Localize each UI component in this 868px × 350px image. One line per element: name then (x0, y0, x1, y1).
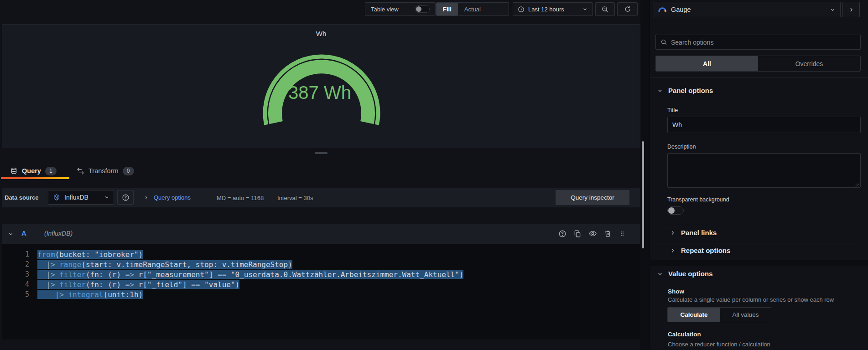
flux-query-editor[interactable]: 1from(bucket:·"iobroker")2··|>·range(sta… (2, 244, 640, 340)
max-data-points-text: MD = auto = 1168 (217, 195, 264, 201)
query-inspector-button[interactable]: Query inspector (556, 190, 629, 205)
grafana-panel-editor: Table view Fill Actual Last 12 hours Wh … (0, 0, 868, 350)
delete-query-icon[interactable] (604, 230, 612, 237)
zoom-out-time-button[interactable] (595, 2, 615, 16)
fill-button[interactable]: Fill (437, 3, 458, 15)
section-gap (650, 260, 868, 266)
all-values-button[interactable]: All values (720, 308, 771, 322)
actual-button[interactable]: Actual (458, 3, 487, 15)
zoom-out-icon (601, 5, 609, 13)
section-panel-options[interactable]: Panel options (657, 87, 713, 94)
show-mode-group: Calculate All values (667, 307, 771, 322)
resize-grip-icon[interactable] (854, 181, 859, 186)
datasource-name: InfluxDB (64, 194, 88, 201)
chevron-down-icon (104, 195, 109, 200)
options-search[interactable] (655, 35, 861, 50)
query-datasource-hint: (InfluxDB) (44, 230, 73, 237)
datasource-label: Data source (5, 194, 38, 201)
query-count-badge: 1 (45, 167, 57, 175)
tab-query-label: Query (22, 167, 41, 175)
tab-transform-label: Transform (88, 167, 119, 175)
transform-icon (77, 167, 84, 175)
description-label: Description (667, 144, 696, 150)
tab-transform[interactable]: Transform 0 (77, 164, 134, 178)
section-title: Panel options (668, 87, 713, 94)
panel-title: Wh (2, 30, 640, 37)
divider (650, 22, 868, 22)
chevron-down-icon (657, 88, 663, 93)
section-repeat-options[interactable]: Repeat options (670, 247, 730, 254)
flux-code-lines[interactable]: 1from(bucket:·"iobroker")2··|>·range(sta… (2, 249, 640, 299)
transparent-background-label: Transparent background (667, 196, 729, 203)
refresh-icon (624, 5, 631, 13)
section-title: Repeat options (681, 247, 730, 254)
chevron-right-icon (670, 248, 676, 253)
show-label: Show (668, 288, 684, 295)
chevron-down-icon (657, 271, 663, 277)
table-view-toggle[interactable] (415, 5, 430, 13)
influxdb-icon (52, 193, 61, 201)
datasource-picker[interactable]: InfluxDB (48, 190, 114, 205)
duplicate-query-icon[interactable] (573, 230, 582, 238)
options-search-input[interactable] (671, 39, 856, 46)
section-title: Value options (668, 270, 713, 278)
chevron-down-icon (582, 6, 588, 12)
chevron-right-icon (848, 7, 854, 13)
hide-query-icon[interactable] (588, 229, 597, 238)
query-options-link[interactable]: Query options (154, 194, 191, 201)
toggle-knob (668, 207, 675, 214)
gauge-viz-icon (658, 6, 667, 13)
show-description: Calculate a single value per column or s… (668, 296, 834, 303)
query-help-icon[interactable] (558, 230, 567, 238)
divider (655, 243, 861, 243)
chevron-down-icon[interactable] (8, 231, 14, 237)
gauge-value: 387 Wh (251, 82, 388, 103)
database-icon (10, 167, 18, 175)
options-filter-tabs: All Overrides (655, 56, 861, 72)
help-icon (122, 194, 130, 201)
divider (650, 77, 868, 78)
calculate-button[interactable]: Calculate (668, 308, 720, 322)
chevron-right-icon (670, 230, 676, 236)
table-view-control: Table view (365, 2, 436, 16)
fill-actual-group: Fill Actual (436, 2, 509, 16)
visualization-name: Gauge (671, 6, 691, 13)
table-view-label: Table view (371, 6, 399, 13)
options-pane: Gauge All Overrides Panel options Title … (650, 0, 868, 350)
panel-title-input[interactable] (667, 117, 861, 133)
datasource-help-button[interactable] (117, 190, 134, 205)
tab-query[interactable]: Query 1 (10, 164, 57, 178)
transform-count-badge: 0 (123, 167, 134, 175)
section-panel-links[interactable]: Panel links (670, 229, 717, 237)
chevron-down-icon (830, 7, 836, 13)
search-icon (660, 39, 667, 46)
query-ref-id: A (21, 229, 26, 237)
chevron-right-icon[interactable] (144, 195, 149, 200)
clock-icon (518, 6, 525, 13)
section-value-options[interactable]: Value options (657, 270, 713, 278)
time-range-picker[interactable]: Last 12 hours (513, 2, 593, 16)
transparent-background-toggle[interactable] (667, 206, 684, 215)
collapse-options-button[interactable] (842, 2, 860, 17)
interval-text: Interval = 30s (277, 195, 313, 201)
active-tab-underline (1, 177, 69, 179)
datasource-row: Data source InfluxDB Query options MD = … (2, 188, 640, 207)
divider (655, 224, 861, 224)
toggle-knob (416, 6, 421, 12)
gauge-panel[interactable]: Wh 387 Wh (2, 24, 640, 148)
panel-description-textarea[interactable] (667, 153, 861, 188)
panel-resize-handle[interactable] (315, 152, 327, 154)
calculation-label: Calculation (668, 331, 701, 338)
query-row-header[interactable]: A (InfluxDB) (2, 224, 640, 244)
main-pane: Table view Fill Actual Last 12 hours Wh … (0, 0, 640, 350)
refresh-button[interactable] (617, 2, 638, 16)
drag-handle-icon[interactable] (619, 230, 626, 237)
tab-all[interactable]: All (656, 56, 758, 71)
section-title: Panel links (681, 229, 717, 237)
time-range-label: Last 12 hours (528, 6, 564, 13)
visualization-picker[interactable]: Gauge (653, 2, 841, 17)
calculation-description: Choose a reducer function / calculation (668, 341, 770, 348)
main-pane-scrollbar[interactable] (642, 141, 644, 248)
tab-overrides[interactable]: Overrides (758, 56, 860, 71)
title-label: Title (667, 107, 678, 113)
